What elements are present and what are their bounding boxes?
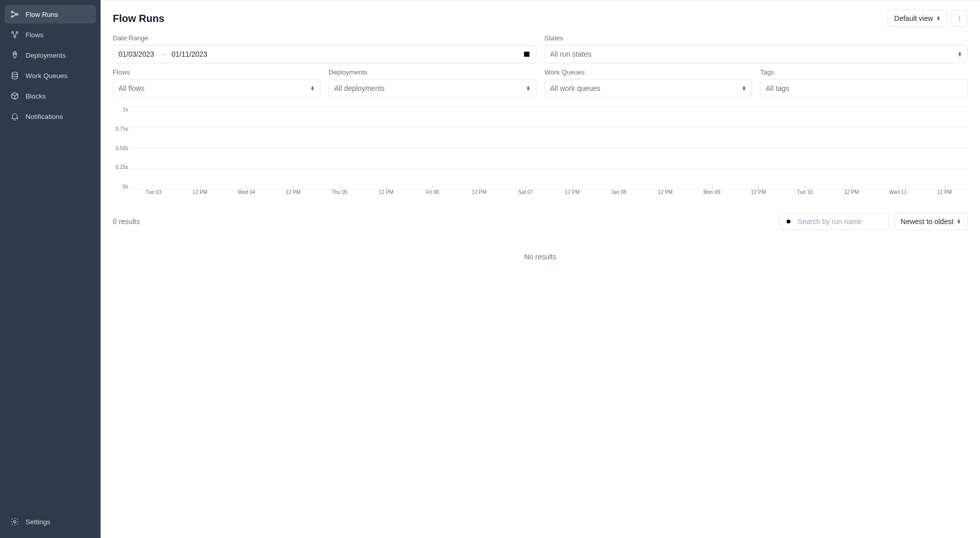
filter-deployments: Deployments All deployments ▲▼ [329,68,536,97]
chart-x-tick: Sat 07 [502,189,549,195]
chart-y-tick: 0.25s [113,164,128,170]
gear-icon [10,517,19,526]
chart-grid-line [130,148,968,149]
svg-rect-12 [524,52,529,57]
filter-label: Date Range [113,34,536,42]
sidebar-item-label: Settings [26,518,51,526]
chart-x-tick: Tue 10 [781,189,828,195]
chart-x-tick: 12 PM [177,189,223,195]
sidebar-item-deployments[interactable]: Deployments [5,46,96,64]
chart-x-tick: Jan 08 [596,189,642,195]
sidebar-item-settings[interactable]: Settings [5,512,96,531]
svg-point-0 [11,11,13,13]
chevron-updown-icon: ▲▼ [957,219,961,224]
svg-point-5 [14,36,15,38]
sidebar-item-flow-runs[interactable]: Flow Runs [5,5,96,23]
chevron-updown-icon: ▲▼ [310,86,315,91]
chart-x-tick: 12 PM [549,189,596,195]
blocks-icon [10,91,19,101]
page-title: Flow Runs [113,13,164,25]
chart-x-tick: Mon 09 [689,189,735,195]
sidebar-item-label: Flow Runs [26,11,58,18]
chart-x-tick: 12 PM [735,189,781,195]
sidebar-item-label: Notifications [26,113,63,120]
chart-grid-line [130,107,968,107]
sidebar-nav: Flow Runs Flows Deployments Work Queues [5,5,96,512]
chart-x-tick: 12 PM [828,189,875,195]
sidebar-item-work-queues[interactable]: Work Queues [5,66,96,85]
chevron-updown-icon: ▲▼ [742,86,746,91]
chart-x-tick: 12 PM [270,189,316,195]
tags-select[interactable]: All tags [760,79,968,97]
svg-point-9 [959,16,960,17]
date-range-picker[interactable]: 01/03/2023 → 01/11/2023 [113,45,536,63]
no-results-message: No results [113,240,968,273]
select-value: All deployments [334,84,385,92]
calendar-icon [523,50,531,58]
chart-grid-line [130,168,968,169]
search-input-wrapper[interactable] [779,213,889,230]
more-menu-button[interactable] [951,10,968,27]
filter-states: States All run states ▲▼ [545,34,968,63]
flows-select[interactable]: All flows ▲▼ [113,79,321,97]
select-value: All run states [550,50,592,58]
chart-x-tick: 12 PM [363,189,409,195]
svg-point-11 [959,20,960,21]
chevron-updown-icon: ▲▼ [936,16,941,21]
filter-flows: Flows All flows ▲▼ [113,68,321,97]
chart-y-tick: 1s [113,107,128,112]
states-select[interactable]: All run states ▲▼ [545,45,968,63]
sort-value: Newest to oldest [901,217,954,226]
search-input[interactable] [797,217,888,226]
chart-x-tick: Thu 05 [316,189,363,195]
page-header: Flow Runs Default view ▲▼ [113,10,968,27]
filter-work-queues: Work Queues All work queues ▲▼ [545,68,752,97]
chart-y-tick: 0.75s [113,126,128,132]
chart-y-tick: 0.50s [113,145,128,151]
deployments-select[interactable]: All deployments ▲▼ [329,79,536,97]
filters: Date Range 01/03/2023 → 01/11/2023 State… [113,34,968,97]
chart-x-tick: Fri 06 [409,189,456,195]
chart-grid-line [130,127,968,128]
filter-date-range: Date Range 01/03/2023 → 01/11/2023 [113,34,536,63]
svg-point-6 [14,53,16,55]
view-selector[interactable]: Default view ▲▼ [888,10,947,27]
svg-point-8 [14,521,16,523]
filter-label: Flows [113,68,321,76]
results-count: 0 results [113,217,140,226]
chart-y-tick: 0s [113,184,128,189]
sidebar-item-blocks[interactable]: Blocks [5,87,96,105]
chevron-updown-icon: ▲▼ [526,86,531,91]
work-queues-icon [10,71,19,80]
date-start: 01/03/2023 [118,50,154,58]
svg-point-13 [787,219,791,224]
main: Flow Runs Default view ▲▼ Date R [101,0,980,538]
chart-x-tick: 12 PM [456,189,502,195]
select-value: All work queues [550,84,601,92]
kebab-icon [956,15,963,22]
work-queues-select[interactable]: All work queues ▲▼ [545,79,752,97]
sidebar-item-label: Flows [26,31,43,39]
flow-runs-icon [10,10,19,19]
chevron-updown-icon: ▲▼ [958,52,962,57]
view-selector-label: Default view [894,14,933,22]
date-end: 01/11/2023 [172,50,207,58]
deployments-icon [10,51,19,60]
arrow-right-icon: → [159,50,166,58]
flows-icon [10,30,19,39]
filter-label: Deployments [329,68,536,76]
bell-icon [10,112,19,121]
svg-point-10 [959,18,960,19]
select-value: All flows [118,84,144,92]
chart-y-axis: 1s0.75s0.50s0.25s0s [113,107,128,189]
sidebar-item-label: Blocks [26,92,46,100]
sidebar-item-flows[interactable]: Flows [5,26,96,44]
chart-grid [130,107,968,189]
sidebar-item-notifications[interactable]: Notifications [5,107,96,126]
filter-label: Work Queues [545,68,752,76]
chart-x-axis: Tue 0312 PMWed 0412 PMThu 0512 PMFri 061… [130,189,968,204]
sidebar-item-label: Deployments [26,52,66,59]
results-bar: 0 results Newest to oldest ▲▼ [113,213,968,230]
sort-select[interactable]: Newest to oldest ▲▼ [894,213,968,230]
chart-x-tick: 12 PM [642,189,689,195]
